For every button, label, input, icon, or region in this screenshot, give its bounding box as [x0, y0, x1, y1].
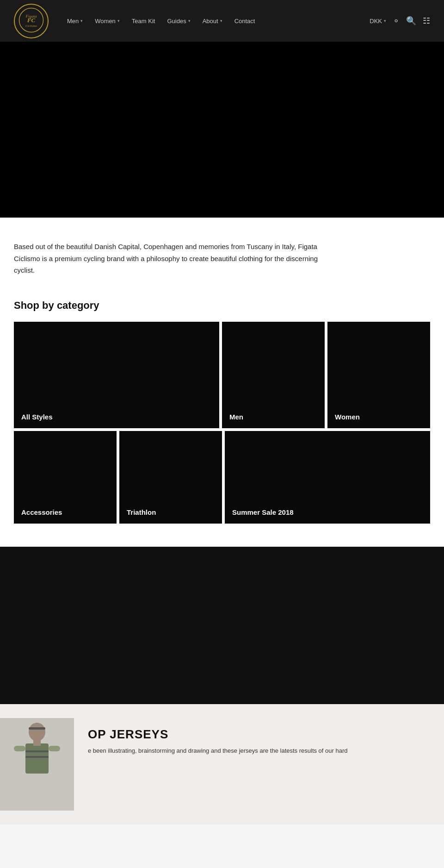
svg-rect-10 [33, 740, 41, 746]
nav-women[interactable]: Women ▾ [90, 15, 124, 27]
svg-rect-7 [25, 743, 49, 774]
logo-svg: Figata FC Ciclismo [18, 7, 44, 33]
svg-rect-12 [25, 756, 49, 758]
logo-text: Figata FC Ciclismo [18, 7, 44, 34]
page-bottom [0, 811, 444, 824]
category-women[interactable]: Women [327, 322, 430, 428]
main-navigation: Figata FC Ciclismo Men ▾ Women ▾ Team Ki… [0, 0, 444, 42]
category-triathlon-label: Triathlon [127, 508, 156, 516]
category-accessories[interactable]: Accessories [14, 431, 117, 524]
nav-guides[interactable]: Guides ▾ [162, 15, 195, 27]
svg-rect-8 [14, 746, 25, 751]
chevron-down-icon: ▾ [80, 19, 83, 23]
category-men[interactable]: Men [222, 322, 325, 428]
chevron-down-icon: ▾ [188, 19, 191, 23]
jerseys-description: e been illustrating, brainstorming and d… [88, 746, 430, 756]
category-grid-top: All Styles Men Women [14, 322, 430, 428]
cyclist-svg [0, 718, 74, 811]
category-all-styles[interactable]: All Styles [14, 322, 219, 428]
svg-text:Ciclismo: Ciclismo [25, 24, 37, 28]
category-men-label: Men [229, 413, 243, 421]
category-summer-sale[interactable]: Summer Sale 2018 [225, 431, 430, 524]
jerseys-section: OP JERSEYS e been illustrating, brainsto… [0, 704, 444, 811]
cart-icon[interactable]: ☷ [423, 16, 430, 26]
category-grid-bottom: Accessories Triathlon Summer Sale 2018 [14, 431, 430, 524]
intro-section: Based out of the beautiful Danish Capita… [0, 218, 444, 295]
second-banner [0, 547, 444, 704]
category-summer-sale-label: Summer Sale 2018 [232, 508, 294, 516]
category-triathlon[interactable]: Triathlon [119, 431, 222, 524]
jerseys-text-block: OP JERSEYS e been illustrating, brainsto… [74, 718, 444, 765]
category-section: Shop by category All Styles Men Women Ac… [0, 295, 444, 547]
account-icon[interactable]: ⚬ [393, 16, 400, 26]
nav-right-actions: DKK ▾ ⚬ 🔍 ☷ [370, 16, 430, 26]
category-women-label: Women [335, 413, 360, 421]
chevron-down-icon: ▾ [384, 19, 386, 23]
svg-rect-6 [29, 727, 45, 730]
category-accessories-label: Accessories [21, 508, 62, 516]
chevron-down-icon: ▾ [117, 19, 120, 23]
category-all-styles-label: All Styles [21, 413, 53, 421]
jerseys-title: OP JERSEYS [88, 727, 430, 742]
intro-text: Based out of the beautiful Danish Capita… [14, 241, 319, 276]
currency-selector[interactable]: DKK ▾ [370, 18, 386, 25]
nav-about[interactable]: About ▾ [198, 15, 227, 27]
cyclist-silhouette [0, 718, 74, 811]
chevron-down-icon: ▾ [220, 19, 222, 23]
category-section-title: Shop by category [14, 300, 430, 312]
cyclist-image [0, 718, 74, 811]
svg-rect-11 [25, 750, 49, 752]
nav-contact[interactable]: Contact [230, 15, 260, 27]
nav-men[interactable]: Men ▾ [62, 15, 87, 27]
brand-logo[interactable]: Figata FC Ciclismo [14, 4, 49, 38]
svg-text:FC: FC [27, 17, 36, 24]
nav-links: Men ▾ Women ▾ Team Kit Guides ▾ About ▾ … [62, 15, 370, 27]
nav-team-kit[interactable]: Team Kit [127, 15, 160, 27]
search-icon[interactable]: 🔍 [406, 16, 416, 26]
svg-point-5 [29, 723, 45, 741]
svg-rect-9 [49, 746, 60, 751]
hero-banner [0, 42, 444, 218]
